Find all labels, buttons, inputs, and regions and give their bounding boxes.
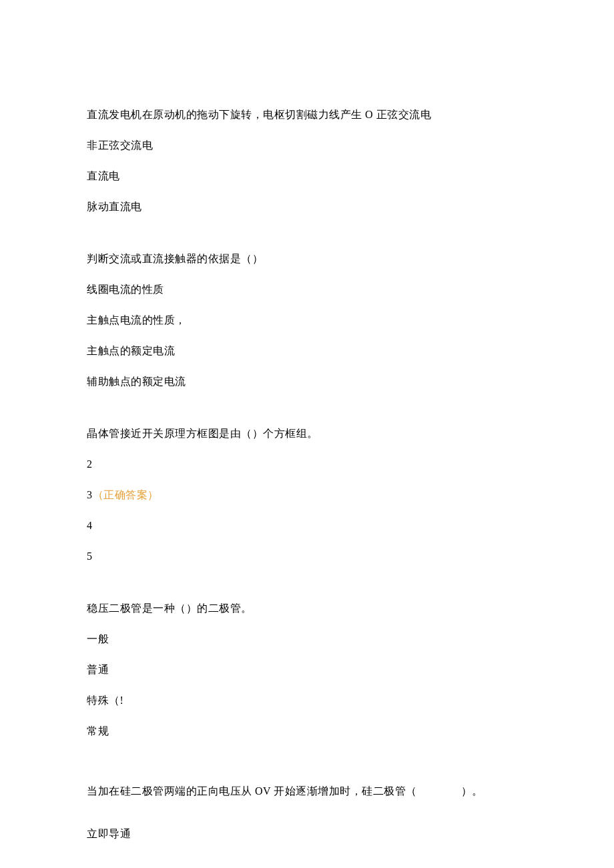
question-stem: 稳压二极管是一种（）的二极管。: [87, 600, 527, 616]
answer-option: 线圈电流的性质: [87, 282, 527, 298]
question-stem: 判断交流或直流接触器的依据是（）: [87, 251, 527, 267]
option-value: 3: [87, 489, 93, 500]
answer-option: 辅助触点的额定电流: [87, 374, 527, 390]
question-stem: 当加在硅二极管两端的正向电压从 OV 开始逐渐增加时，硅二极管（ ）。: [87, 783, 527, 799]
answer-option: 特殊（!: [87, 693, 527, 709]
document-page: 直流发电机在原动机的拖动下旋转，电枢切割磁力线产生 O 正弦交流电 非正弦交流电…: [0, 0, 614, 868]
question-stem: 晶体管接近开关原理方框图是由（）个方框组。: [87, 426, 527, 442]
answer-option-correct: 3（正确答案）: [87, 487, 527, 503]
answer-option: 2: [87, 456, 527, 472]
correct-answer-label: （正确答案）: [93, 489, 159, 500]
answer-option: 5: [87, 548, 527, 564]
answer-option: 非正弦交流电: [87, 137, 527, 153]
answer-option: 脉动直流电: [87, 199, 527, 215]
answer-option: 一般: [87, 631, 527, 647]
answer-option: 普通: [87, 662, 527, 678]
answer-option: 主触点的额定电流: [87, 343, 527, 359]
answer-option: 立即导通: [87, 826, 527, 842]
answer-option: 常规: [87, 723, 527, 739]
answer-option: 4: [87, 518, 527, 534]
answer-option: 直流电: [87, 168, 527, 184]
question-stem: 直流发电机在原动机的拖动下旋转，电枢切割磁力线产生 O 正弦交流电: [87, 107, 527, 123]
answer-option: 主触点电流的性质，: [87, 312, 527, 328]
